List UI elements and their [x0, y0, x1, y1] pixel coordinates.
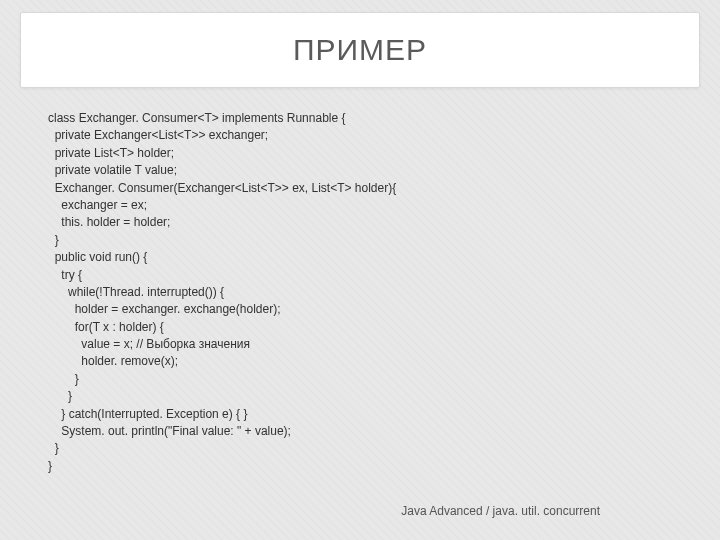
footer-text: Java Advanced / java. util. concurrent [401, 504, 600, 518]
page-title: ПРИМЕР [293, 33, 427, 67]
code-block: class Exchanger. Consumer<T> implements … [48, 110, 680, 475]
title-card: ПРИМЕР [20, 12, 700, 88]
